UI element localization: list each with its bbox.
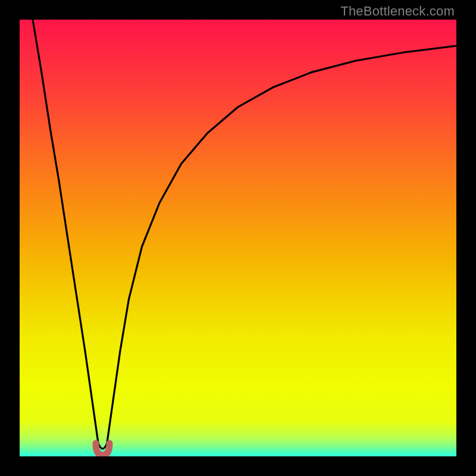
bottleneck-curve: [33, 20, 456, 449]
plot-area: [20, 20, 456, 456]
watermark-text: TheBottleneck.com: [340, 4, 455, 19]
curve-layer: [20, 20, 456, 456]
